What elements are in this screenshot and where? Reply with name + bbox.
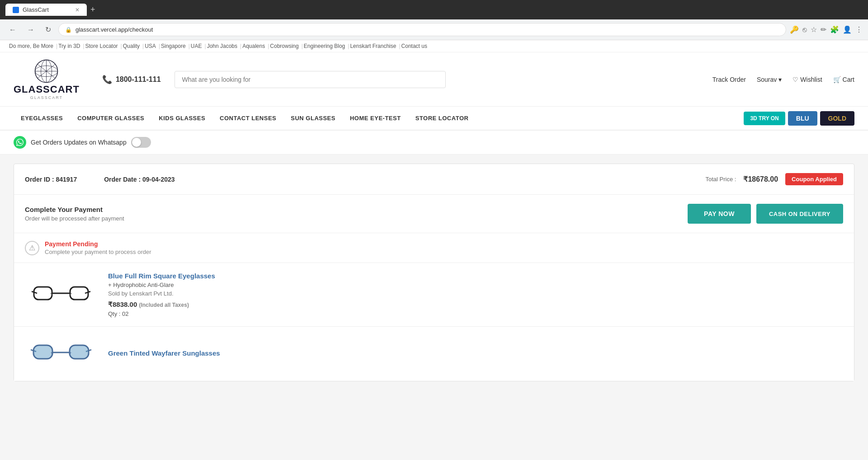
tab-title: GlassCart bbox=[23, 6, 49, 13]
share-icon: ⎋ bbox=[802, 26, 807, 34]
3d-try-on-button[interactable]: 3D TRY ON bbox=[744, 112, 785, 125]
product-seller-0: Sold by Lenskart Pvt Ltd. bbox=[108, 290, 843, 297]
total-price-section: Total Price : ₹18678.00 Coupon Applied bbox=[705, 173, 843, 185]
pending-title: Payment Pending bbox=[45, 240, 151, 248]
topbar-item-3[interactable]: Quality bbox=[123, 43, 140, 49]
tab-favicon bbox=[13, 7, 19, 13]
whatsapp-toggle[interactable] bbox=[131, 137, 151, 148]
pending-subtitle: Complete your payment to process order bbox=[45, 249, 151, 255]
nav-eyeglasses[interactable]: EYEGLASSES bbox=[14, 107, 70, 130]
phone-text: 1800-111-111 bbox=[116, 75, 161, 84]
main-nav: EYEGLASSES COMPUTER GLASSES KIDS GLASSES… bbox=[0, 107, 868, 131]
nav-right-buttons: 3D TRY ON BLU GOLD bbox=[744, 111, 854, 126]
topbar-item-1[interactable]: Try in 3D bbox=[58, 43, 80, 49]
secure-icon: 🔒 bbox=[65, 27, 72, 33]
forward-button[interactable]: → bbox=[24, 24, 38, 36]
checkout-card: Order ID : 841917 Order Date : 09-04-202… bbox=[14, 164, 854, 381]
new-tab-button[interactable]: + bbox=[90, 5, 95, 14]
star-icon[interactable]: ☆ bbox=[811, 25, 817, 34]
profile-icon[interactable]: 👤 bbox=[843, 25, 852, 34]
ext-icon: 🧩 bbox=[830, 25, 839, 34]
back-button[interactable]: ← bbox=[5, 24, 20, 36]
nav-home-eye-test[interactable]: HOME EYE-TEST bbox=[343, 107, 408, 130]
topbar-item-6[interactable]: UAE bbox=[191, 43, 202, 49]
qty-value-0: 02 bbox=[122, 310, 128, 317]
order-date-field: Order Date : 09-04-2023 bbox=[104, 176, 175, 183]
pencil-icon: ✏ bbox=[821, 25, 826, 34]
eyeglasses-image bbox=[27, 279, 95, 310]
toggle-thumb bbox=[132, 138, 141, 147]
topbar-item-12[interactable]: Contact us bbox=[401, 43, 427, 49]
logo-text: GLASSCART bbox=[14, 84, 80, 95]
product-tax-0: (Included all Taxes) bbox=[139, 302, 189, 308]
heart-icon: ♡ bbox=[793, 76, 798, 83]
logo-svg bbox=[34, 59, 59, 84]
key-icon: 🔑 bbox=[790, 25, 799, 34]
topbar-item-4[interactable]: USA bbox=[145, 43, 156, 49]
top-bar: Do more, Be More| Try in 3D| Store Locat… bbox=[0, 40, 868, 52]
topbar-item-10[interactable]: Engineering Blog bbox=[304, 43, 345, 49]
product-addon-0: + Hydrophobic Anti-Glare bbox=[108, 282, 843, 288]
browser-controls: ← → ↻ 🔒 glasscart.vercel.app/checkout 🔑 … bbox=[0, 19, 868, 40]
logo-sub: GLASSCART bbox=[30, 95, 63, 100]
cart-link[interactable]: 🛒 Cart bbox=[833, 76, 854, 83]
topbar-item-11[interactable]: Lenskart Franchise bbox=[350, 43, 396, 49]
whatsapp-label: Get Orders Updates on Whatsapp bbox=[31, 139, 127, 146]
payment-section: Complete Your Payment Order will be proc… bbox=[14, 195, 854, 233]
tab-close-button[interactable]: ✕ bbox=[75, 7, 80, 13]
blu-button[interactable]: BLU bbox=[788, 111, 817, 126]
browser-actions: 🔑 ⎋ ☆ ✏ 🧩 👤 ⋮ bbox=[790, 25, 863, 34]
cart-label: Cart bbox=[843, 76, 854, 83]
topbar-item-7[interactable]: John Jacobs bbox=[207, 43, 237, 49]
pay-now-button[interactable]: PAY NOW bbox=[688, 204, 751, 224]
product-price-0: ₹8838.00 (Included all Taxes) bbox=[108, 300, 843, 309]
nav-store-locator[interactable]: STORE LOCATOR bbox=[408, 107, 476, 130]
wishlist-link[interactable]: ♡ Wishlist bbox=[793, 76, 822, 83]
product-details-1: Green Tinted Wayfarer Sunglasses bbox=[108, 349, 843, 359]
topbar-item-5[interactable]: Singapore bbox=[161, 43, 186, 49]
svg-rect-18 bbox=[70, 345, 89, 359]
whatsapp-bar: Get Orders Updates on Whatsapp bbox=[0, 131, 868, 155]
pending-info: Payment Pending Complete your payment to… bbox=[45, 240, 151, 255]
logo[interactable]: GLASSCART GLASSCART bbox=[14, 59, 80, 100]
topbar-item-0[interactable]: Do more, Be More bbox=[9, 43, 53, 49]
nav-kids-glasses[interactable]: KIDS GLASSES bbox=[151, 107, 212, 130]
user-name: Sourav bbox=[757, 76, 777, 83]
total-price-amount: ₹18678.00 bbox=[743, 175, 778, 183]
product-qty-0: Qty : 02 bbox=[108, 310, 843, 317]
product-name-1[interactable]: Green Tinted Wayfarer Sunglasses bbox=[108, 349, 843, 357]
user-menu[interactable]: Sourav ▾ bbox=[757, 76, 782, 83]
track-order-link[interactable]: Track Order bbox=[712, 76, 746, 83]
nav-sun-glasses[interactable]: SUN GLASSES bbox=[283, 107, 343, 130]
coupon-applied-badge: Coupon Applied bbox=[785, 173, 843, 185]
order-info: Order ID : 841917 Order Date : 09-04-202… bbox=[25, 176, 705, 183]
cash-on-delivery-button[interactable]: CASH ON DELIVERY bbox=[756, 204, 843, 224]
whatsapp-icon bbox=[14, 136, 26, 149]
menu-icon[interactable]: ⋮ bbox=[855, 25, 863, 34]
active-tab[interactable]: GlassCart ✕ bbox=[5, 4, 87, 16]
total-price-label: Total Price : bbox=[705, 176, 736, 183]
topbar-item-8[interactable]: Aqualens bbox=[242, 43, 265, 49]
nav-links: EYEGLASSES COMPUTER GLASSES KIDS GLASSES… bbox=[14, 107, 476, 130]
sunglasses-image bbox=[27, 338, 95, 370]
order-id-label: Order ID : bbox=[25, 176, 54, 183]
nav-computer-glasses[interactable]: COMPUTER GLASSES bbox=[70, 107, 151, 130]
order-id-value: 841917 bbox=[56, 176, 77, 183]
nav-contact-lenses[interactable]: CONTACT LENSES bbox=[212, 107, 283, 130]
order-id-field: Order ID : 841917 bbox=[25, 176, 77, 183]
site-header: GLASSCART GLASSCART 📞 1800-111-111 Track… bbox=[0, 52, 868, 107]
topbar-item-9[interactable]: Cobrowsing bbox=[270, 43, 298, 49]
search-input[interactable] bbox=[175, 71, 446, 88]
product-image-1 bbox=[25, 336, 97, 372]
product-image-0 bbox=[25, 277, 97, 313]
product-item-1: Green Tinted Wayfarer Sunglasses bbox=[14, 327, 854, 381]
warning-icon: ⚠ bbox=[25, 241, 39, 255]
address-bar[interactable]: 🔒 glasscart.vercel.app/checkout bbox=[58, 23, 786, 36]
topbar-item-2[interactable]: Store Locator bbox=[85, 43, 118, 49]
cart-icon: 🛒 bbox=[833, 76, 841, 83]
gold-button[interactable]: GOLD bbox=[820, 111, 854, 126]
product-price-amount-0: ₹8838.00 bbox=[108, 300, 137, 308]
reload-button[interactable]: ↻ bbox=[42, 23, 55, 36]
product-item-0: Blue Full Rim Square Eyeglasses + Hydrop… bbox=[14, 263, 854, 327]
product-name-0[interactable]: Blue Full Rim Square Eyeglasses bbox=[108, 272, 843, 280]
